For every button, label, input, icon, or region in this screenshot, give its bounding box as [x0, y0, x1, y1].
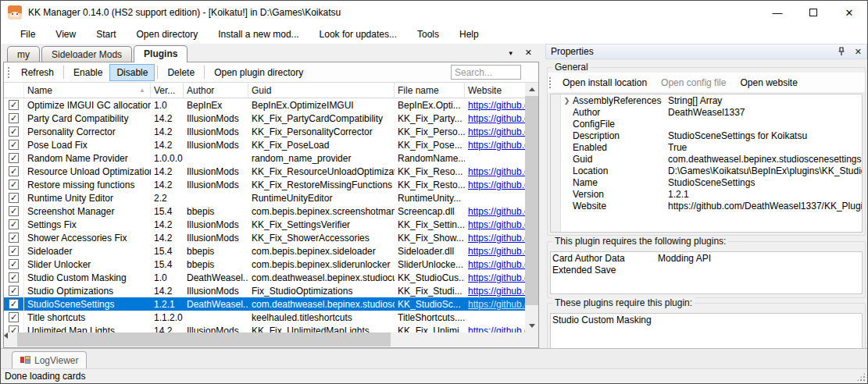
- menu-help[interactable]: Help: [449, 26, 489, 43]
- cell-website-link[interactable]: https://github.co: [465, 286, 527, 297]
- tab-logviewer[interactable]: LogViewer: [12, 351, 87, 368]
- table-row[interactable]: ✓Settings Fix14.2IllusionModsKK_Fix_Sett…: [4, 218, 538, 231]
- tab-sideloader-mods[interactable]: Sideloader Mods: [41, 46, 132, 62]
- table-row[interactable]: ✓Screenshot Manager15.4bbepiscom.bepis.b…: [4, 204, 538, 218]
- row-checkbox[interactable]: ✓: [9, 299, 19, 309]
- property-row[interactable]: ❯AssemblyReferencesString[] Array: [561, 94, 862, 106]
- row-checkbox[interactable]: ✓: [9, 286, 19, 296]
- table-row[interactable]: ✓Shower Accessories Fix14.2IllusionModsK…: [4, 231, 538, 244]
- row-checkbox[interactable]: ✓: [9, 312, 19, 322]
- property-row[interactable]: Version1.2.1: [561, 188, 862, 200]
- property-row[interactable]: Guidcom.deathweasel.bepinex.studioscenes…: [561, 153, 862, 165]
- row-checkbox[interactable]: ✓: [9, 259, 19, 269]
- cell-website-link[interactable]: https://github.co: [465, 166, 527, 177]
- property-row[interactable]: LocationD:\Games\Koikatsu\BepInEx\plugin…: [561, 165, 862, 176]
- cell-website-link[interactable]: https://github.co: [465, 180, 527, 190]
- cell-website-link[interactable]: https://github.co: [465, 100, 527, 111]
- open-install-location-button[interactable]: Open install location: [555, 75, 654, 91]
- table-row[interactable]: ✓Title shortcuts1.1.2.0keelhauled.titles…: [4, 311, 538, 324]
- table-row[interactable]: ✓Pose Load Fix14.2IllusionModsKK_Fix_Pos…: [4, 138, 538, 151]
- tab-close-icon[interactable]: ✕: [525, 48, 532, 58]
- refresh-button[interactable]: Refresh: [14, 64, 61, 81]
- tab-list-dropdown-icon[interactable]: ▼: [508, 48, 514, 58]
- cell-website-link[interactable]: https://github.c: [465, 325, 527, 333]
- list-item[interactable]: Extended Save: [552, 265, 658, 276]
- table-row[interactable]: ✓Sideloader15.4bbepiscom.bepis.bepinex.s…: [4, 244, 538, 258]
- scroll-down-arrow[interactable]: [525, 319, 538, 332]
- column-header-checkbox[interactable]: [4, 83, 24, 98]
- row-checkbox[interactable]: ✓: [9, 140, 19, 150]
- cell-website-link[interactable]: https://github.co: [465, 219, 527, 230]
- menu-open-directory[interactable]: Open directory: [126, 26, 208, 43]
- property-row[interactable]: ConfigFile: [561, 118, 862, 130]
- row-checkbox[interactable]: ✓: [9, 153, 19, 163]
- row-checkbox[interactable]: ✓: [9, 113, 19, 123]
- row-checkbox[interactable]: ✓: [9, 166, 19, 176]
- disable-button[interactable]: Disable: [109, 64, 155, 81]
- row-checkbox[interactable]: ✓: [9, 193, 19, 203]
- cell-website-link[interactable]: https://github.co: [465, 299, 527, 310]
- table-row[interactable]: ✓Resource Unload Optimizations14.2Illusi…: [4, 165, 538, 178]
- vertical-scrollbar[interactable]: [525, 83, 538, 332]
- delete-button[interactable]: Delete: [160, 64, 202, 81]
- list-item[interactable]: Studio Custom Masking: [552, 315, 658, 326]
- row-checkbox[interactable]: ✓: [9, 272, 19, 283]
- cell-website-link[interactable]: https://github.co: [465, 272, 527, 283]
- table-row[interactable]: ✓StudioSceneSettings1.2.1DeathWeasel...c…: [4, 297, 538, 311]
- table-row[interactable]: ✓Slider Unlocker15.4bbepiscom.bepis.bepi…: [4, 258, 538, 271]
- horizontal-scrollbar[interactable]: [4, 332, 538, 347]
- property-row[interactable]: AuthorDeathWeasel1337: [561, 106, 862, 118]
- row-checkbox[interactable]: ✓: [9, 180, 19, 190]
- cell-website-link[interactable]: https://github.co: [465, 140, 527, 151]
- row-checkbox[interactable]: ✓: [9, 206, 19, 216]
- enable-button[interactable]: Enable: [66, 64, 109, 81]
- vertical-scroll-thumb[interactable]: [525, 96, 538, 305]
- maximize-button[interactable]: [795, 1, 831, 24]
- panel-close-icon[interactable]: ✕: [855, 47, 862, 57]
- property-row[interactable]: NameStudioSceneSettings: [561, 176, 862, 188]
- resize-grip[interactable]: [856, 372, 866, 382]
- pin-icon[interactable]: [838, 47, 845, 56]
- tab-plugins[interactable]: Plugins: [134, 45, 188, 62]
- menu-tools[interactable]: Tools: [407, 26, 449, 43]
- close-button[interactable]: ✕: [831, 1, 867, 24]
- row-checkbox[interactable]: ✓: [9, 100, 19, 110]
- expand-icon[interactable]: ❯: [561, 97, 573, 105]
- scroll-up-arrow[interactable]: [525, 83, 538, 96]
- menu-view[interactable]: View: [45, 26, 86, 43]
- property-row[interactable]: Websitehttps://github.com/DeathWeasel133…: [561, 200, 862, 212]
- property-row[interactable]: EnabledTrue: [561, 141, 862, 153]
- row-checkbox[interactable]: ✓: [9, 233, 19, 243]
- cell-website-link[interactable]: https://github.co: [465, 206, 527, 217]
- row-checkbox[interactable]: ✓: [9, 219, 19, 229]
- column-header-author[interactable]: Author: [184, 83, 248, 98]
- cell-website-link[interactable]: https://github.co: [465, 259, 527, 270]
- cell-website-link[interactable]: https://github.co: [465, 246, 527, 257]
- cell-website-link[interactable]: https://github.co: [465, 126, 527, 137]
- table-row[interactable]: ✓Studio Optimizations14.2IllusionModsFix…: [4, 284, 538, 297]
- list-item[interactable]: Card Author Data: [552, 253, 658, 265]
- cell-website-link[interactable]: https://github.co: [465, 113, 527, 124]
- table-row[interactable]: ✓Random Name Provider1.0.0.0random_name_…: [4, 151, 538, 165]
- table-row[interactable]: ✓Party Card Compatibility14.2IllusionMod…: [4, 112, 538, 125]
- menu-file[interactable]: File: [10, 26, 45, 43]
- scroll-left-arrow[interactable]: [4, 332, 17, 346]
- table-row[interactable]: ✓Runtime Unity Editor2.2RuntimeUnityEdit…: [4, 191, 538, 204]
- scroll-right-arrow[interactable]: [525, 332, 538, 346]
- horizontal-scroll-thumb[interactable]: [17, 332, 391, 347]
- row-checkbox[interactable]: ✓: [9, 126, 19, 137]
- table-row[interactable]: ✓Personality Corrector14.2IllusionModsKK…: [4, 125, 538, 138]
- column-header-guid[interactable]: Guid: [248, 83, 395, 98]
- column-header-version[interactable]: Ver...: [151, 83, 184, 98]
- property-row[interactable]: DescriptionStudioSceneSettings for Koika…: [561, 130, 862, 141]
- table-row[interactable]: ✓Optimize IMGUI GC allocations1.0BepInEx…: [4, 98, 538, 112]
- row-checkbox[interactable]: ✓: [9, 325, 19, 332]
- minimize-button[interactable]: —: [759, 1, 795, 24]
- menu-look-for-updates[interactable]: Look for updates...: [309, 26, 407, 43]
- cell-website-link[interactable]: https://github.co: [465, 233, 527, 244]
- list-item[interactable]: Modding API: [658, 253, 763, 265]
- column-header-website[interactable]: Website: [465, 83, 527, 98]
- row-checkbox[interactable]: ✓: [9, 246, 19, 256]
- open-website-button[interactable]: Open website: [733, 75, 804, 91]
- column-header-name[interactable]: Name▲: [24, 83, 151, 98]
